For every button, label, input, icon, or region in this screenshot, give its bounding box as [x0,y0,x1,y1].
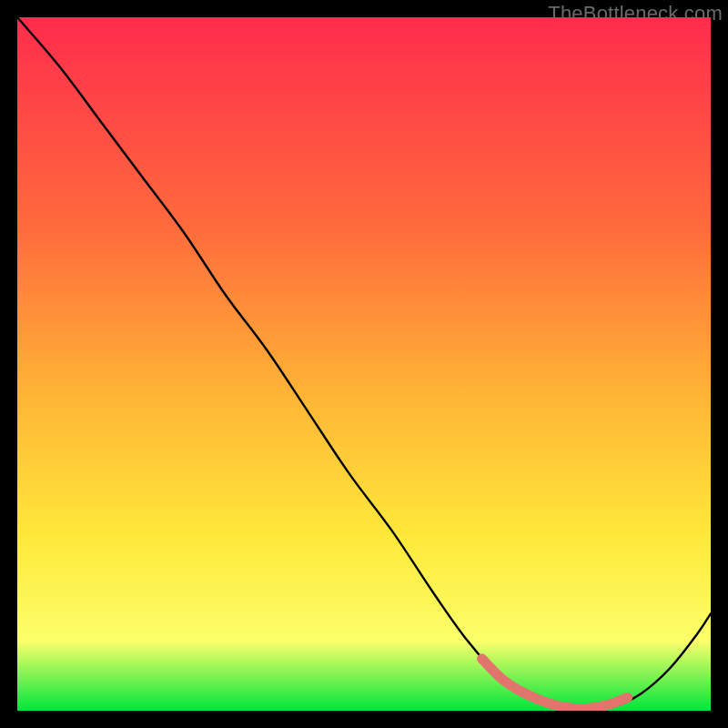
plot-area [17,17,711,711]
gradient-background [17,17,711,711]
chart-stage: TheBottleneck.com [0,0,728,728]
chart-svg [17,17,711,711]
